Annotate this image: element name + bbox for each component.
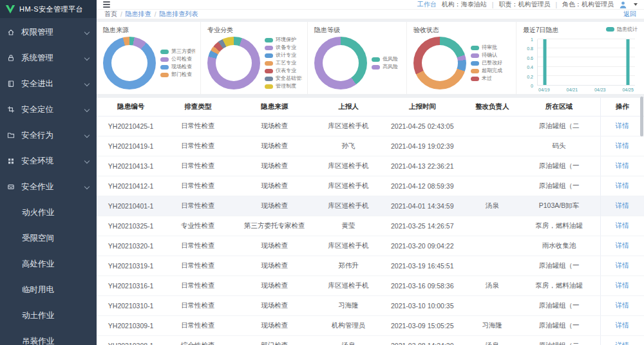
sidebar-item-label: 安全定位 [21,104,53,115]
table-row: YH20210413-1日常性检查现场检查库区巡检手机2021-04-13 22… [97,156,644,176]
detail-link[interactable]: 详情 [616,182,629,189]
detail-link[interactable]: 详情 [616,221,629,229]
gridline [538,57,635,57]
table-cell: YH20210412-1 [97,176,165,196]
table-cell: 现场检查 [231,196,318,216]
legend-label: 公司检查 [171,56,192,62]
sidebar-item-safe-access[interactable]: 安全进出 [0,71,97,97]
breadcrumb-home[interactable]: 首页 [104,10,117,19]
scrollbar-thumb[interactable] [640,97,643,136]
breadcrumb: 首页 / 隐患排查 / 隐患排查列表 返回 [97,10,644,19]
legend-swatch [471,77,479,81]
breadcrumb-separator: / [120,11,122,18]
legend-swatch [265,38,273,42]
table-cell-action: 详情 [600,256,644,276]
hidden-danger-table: 隐患编号排查类型隐患来源上报人上报时间整改负责人所在区域操作 YH2021042… [97,98,644,345]
legend-item: 高风险 [372,64,398,70]
back-link[interactable]: 返回 [623,10,636,19]
table-cell: 雨水收集池 [518,236,601,256]
caret-down-icon[interactable] [634,3,638,6]
duty-info: 职责：机构管理员 [498,0,550,9]
sidebar-item-safe-behavior[interactable]: 安全行为 [0,122,97,148]
chart-legend: 环境保护设备专业设计专业工艺专业仪表专业安全基础管理管理制度 [265,37,302,89]
legend-swatch [471,61,479,66]
detail-link[interactable]: 详情 [616,261,629,269]
legend-swatch [606,27,614,32]
detail-link[interactable]: 详情 [616,281,629,289]
table-cell: 2021-03-09 15:05:25 [379,316,466,336]
table-cell: 综合性检查 [165,336,231,345]
hamburger-menu-icon[interactable] [103,1,110,8]
column-header: 上报时间 [379,98,466,117]
legend-label: 环境保护 [276,37,296,43]
donut-chart [207,37,260,89]
sidebar-subitem-confined-space[interactable]: 受限空间 [0,225,97,251]
table-cell-action: 详情 [600,117,644,136]
table-cell: YH20210413-1 [97,156,165,176]
sidebar-subitem-work-at-height[interactable]: 高处作业 [0,251,97,277]
sidebar-item-safe-operation[interactable]: 安全作业 [0,174,97,200]
legend-label: 低风险 [383,56,398,62]
sidebar-item-safe-environment[interactable]: 安全环境 [0,148,97,174]
table-header: 隐患编号排查类型隐患来源上报人上报时间整改负责人所在区域操作 [97,98,644,117]
table-cell: 2021-03-10 10:00:35 [379,296,466,316]
detail-link[interactable]: 详情 [616,301,629,309]
y-axis: 00.20.40.60.81 [523,39,535,86]
legend-item: 环境保护 [265,37,302,43]
legend-swatch [471,53,479,58]
sidebar-subitem-hot-work[interactable]: 动火作业 [0,200,97,225]
table-cell: 现场检查 [231,276,318,296]
table-cell: 现场检查 [231,256,318,276]
table-cell: 2021-03-25 14:26:57 [379,216,466,236]
table-cell: 习海隆 [466,316,518,336]
legend-item: 超期完成 [471,68,502,74]
table-cell: YH20210425-1 [97,117,165,136]
donut-chart [314,37,367,89]
detail-link[interactable]: 详情 [616,162,629,169]
book-icon [6,80,15,88]
legend-swatch [160,65,169,70]
x-tick-label: 04/23 [594,88,606,92]
legend-item: 待确认 [471,52,502,59]
table-cell: 2021-04-25 02:43:05 [379,117,466,136]
sidebar-subitem-lifting-work[interactable]: 吊装作业 [0,328,97,345]
logo[interactable]: HM-S安全管理平台 [0,0,97,18]
workbench-link[interactable]: 工作台 [417,0,437,9]
sidebar-subitem-temporary-power[interactable]: 临时用电 [0,277,97,303]
legend-swatch [265,84,273,89]
table-cell: 库区巡检手机 [318,236,379,256]
lock-icon [6,54,15,62]
sidebar-item-label: 系统管理 [21,53,53,64]
column-header: 隐患来源 [231,98,318,117]
user-avatar-icon[interactable] [619,1,627,9]
detail-link[interactable]: 详情 [616,321,629,329]
detail-link[interactable]: 详情 [616,122,629,129]
table-cell: YH20210319-1 [97,256,165,276]
detail-link[interactable]: 详情 [616,241,629,249]
table-cell [466,216,518,236]
sidebar-item-system[interactable]: 系统管理 [0,45,97,71]
detail-link[interactable]: 详情 [616,341,629,345]
table-cell: 机构管理员 [318,316,379,336]
table-cell: 库区巡检手机 [318,276,379,296]
table-cell: 原油罐组（二 [518,336,601,345]
table-cell: 部门检查 [231,336,318,345]
legend-swatch [265,69,273,73]
detail-link[interactable]: 详情 [616,142,629,149]
topbar-user-area: 工作台 机构：海泰油站 | 职责：机构管理员 | 角色：机构管理员 [417,0,638,9]
breadcrumb-level2[interactable]: 隐患排查 [126,10,151,19]
sidebar-item-safe-location[interactable]: 安全定位 [0,97,97,122]
sidebar-item-label: 安全进出 [21,79,53,89]
table-cell: 2021-04-12 08:59:39 [379,176,466,196]
sidebar-menu: 权限管理 系统管理 安全进出 安全定位 [0,18,97,345]
y-tick-label: 1 [531,37,533,42]
legend-label: 部门检查 [171,71,192,78]
legend-label: 管理制度 [276,83,296,89]
gridline [538,39,635,39]
separator: | [492,1,494,8]
topbar: 工作台 机构：海泰油站 | 职责：机构管理员 | 角色：机构管理员 [97,0,644,10]
table-cell: 习海隆 [318,296,379,316]
detail-link[interactable]: 详情 [616,201,629,209]
sidebar-item-permission[interactable]: 权限管理 [0,19,97,45]
sidebar-subitem-earth-work[interactable]: 动土作业 [0,303,97,328]
